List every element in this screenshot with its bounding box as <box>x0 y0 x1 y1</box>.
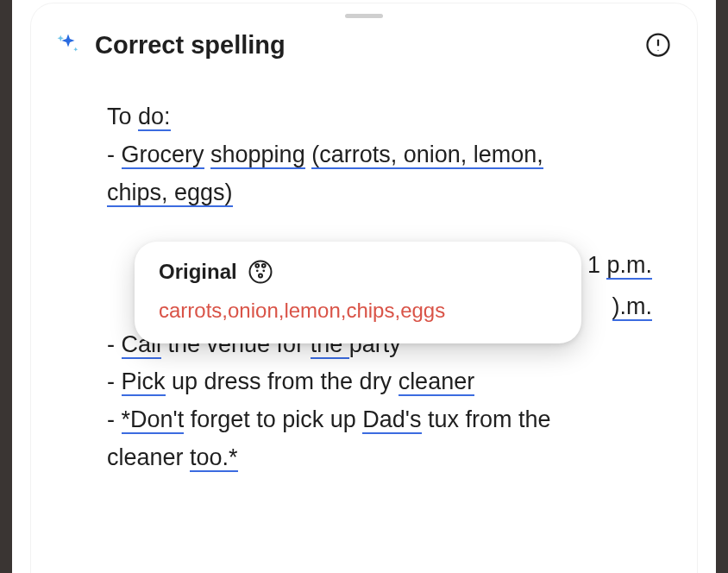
text: tux from the <box>422 406 551 432</box>
text <box>204 142 211 167</box>
sparkle-icon <box>55 32 81 58</box>
text: - <box>107 368 122 394</box>
correction-span[interactable]: do: <box>138 104 171 131</box>
bottom-sheet: Correct spelling To do: - Grocery shoppi… <box>31 3 697 573</box>
phone-frame: Correct spelling To do: - Grocery shoppi… <box>0 0 728 573</box>
text: - <box>107 142 122 167</box>
correction-span[interactable]: Dad's <box>362 406 421 434</box>
correction-span[interactable]: chips, eggs) <box>107 179 233 207</box>
text: forget to pick up <box>184 406 362 432</box>
text-line: To do: <box>107 99 662 135</box>
original-popover[interactable]: Original carrots,onion,lemon,chips,eggs <box>135 242 581 343</box>
svg-point-5 <box>262 269 265 272</box>
correction-span[interactable]: Grocery <box>122 142 204 169</box>
text: up dress from the dry <box>166 368 399 394</box>
svg-point-6 <box>259 274 262 277</box>
text: 1 <box>587 252 607 278</box>
text: To <box>107 104 138 129</box>
correction-span[interactable]: too.* <box>190 444 238 472</box>
popover-label: Original <box>159 260 237 284</box>
face-icon <box>248 259 273 285</box>
correction-span[interactable]: *Don't <box>122 406 185 434</box>
svg-point-3 <box>249 261 271 283</box>
correction-span[interactable]: ).m. <box>612 293 653 321</box>
text-line: - Grocery shopping (carrots, onion, lemo… <box>107 137 662 173</box>
partial-text: ).m. <box>612 293 653 320</box>
sheet-header: Correct spelling <box>31 30 697 68</box>
text-line: cleaner too.* <box>107 440 662 476</box>
svg-point-2 <box>657 50 658 51</box>
correction-span[interactable]: p.m. <box>606 252 652 280</box>
svg-point-4 <box>256 269 259 272</box>
original-text: carrots,onion,lemon,chips,eggs <box>159 299 557 323</box>
correction-span[interactable]: shopping <box>210 142 305 169</box>
text: - <box>107 331 122 357</box>
svg-point-7 <box>255 264 259 268</box>
partial-text: 1 p.m. <box>587 252 652 279</box>
popover-header: Original <box>159 259 557 285</box>
text-line: chips, eggs) <box>107 175 662 211</box>
sheet-title: Correct spelling <box>95 31 630 60</box>
correction-span[interactable]: (carrots, onion, lemon, <box>311 142 543 169</box>
sheet-grabber[interactable] <box>345 14 383 18</box>
info-button[interactable] <box>643 30 673 60</box>
correction-span[interactable]: cleaner <box>399 368 475 396</box>
correction-span[interactable]: Pick <box>122 368 166 396</box>
text-line: - Pick up dress from the dry cleaner <box>107 364 662 400</box>
text: cleaner <box>107 444 190 470</box>
svg-point-8 <box>262 264 266 268</box>
text-line: - *Don't forget to pick up Dad's tux fro… <box>107 402 662 438</box>
text: - <box>107 406 122 432</box>
